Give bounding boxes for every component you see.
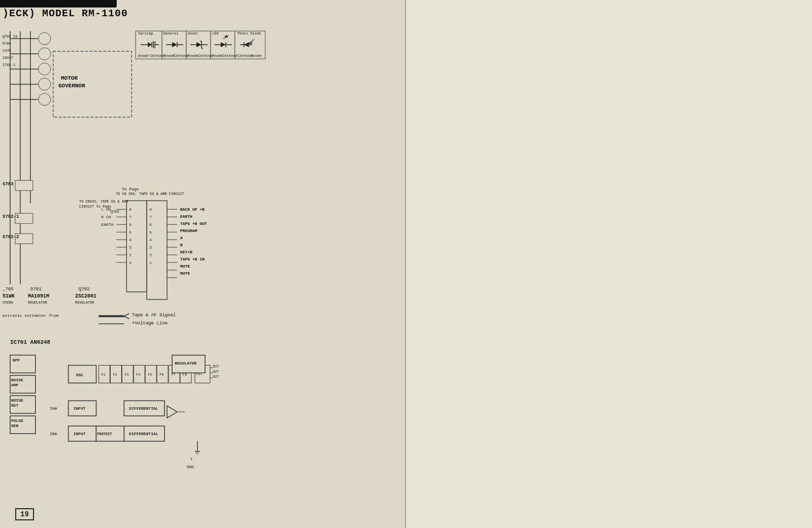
- svg-rect-110: [133, 366, 145, 383]
- general-anode: Anode: [164, 54, 175, 58]
- svg-line-152: [124, 316, 129, 319]
- svg-text:2: 2: [149, 253, 152, 257]
- svg-rect-102: [10, 416, 36, 434]
- pin-mute2: MUTE: [180, 271, 190, 276]
- svg-marker-7: [148, 42, 152, 47]
- page-number-left: 19: [15, 508, 34, 520]
- pin-program: PROGRAM: [180, 228, 197, 233]
- svg-text:3: 3: [149, 245, 152, 250]
- svg-rect-52: [15, 180, 33, 190]
- svg-rect-96: [10, 375, 36, 393]
- svg-point-39: [39, 32, 51, 45]
- svg-text:5: 5: [149, 230, 152, 235]
- svg-text:OSC: OSC: [76, 373, 84, 377]
- zener-label: Zener: [188, 31, 198, 36]
- comp-ching: CHING: [3, 301, 13, 305]
- svg-text:6: 6: [149, 222, 152, 227]
- pin-mute1: MUTE: [180, 264, 190, 269]
- led-cathode: Cathode: [222, 54, 237, 58]
- svg-text:PUT: PUT: [196, 372, 202, 376]
- comp-51wk: 51WK: [3, 293, 15, 299]
- svg-rect-109: [122, 366, 133, 383]
- comp-q702-ref: Q702: [79, 287, 90, 292]
- svg-rect-132: [69, 401, 96, 416]
- left-page: )ECK) MODEL RM-1100: [0, 0, 406, 528]
- to-cn501-label: TO CN501, TAPE EG & AMB: [79, 200, 128, 204]
- svg-marker-144: [167, 406, 177, 418]
- svg-text:PULSE: PULSE: [11, 418, 23, 423]
- svg-text:F2: F2: [113, 373, 117, 377]
- svg-rect-105: [69, 366, 96, 383]
- svg-text:F6: F6: [159, 373, 163, 377]
- svg-text:BPF: BPF: [13, 358, 20, 362]
- in1-label: IN⊕: [50, 406, 57, 411]
- governor-label: GOVERNOR: [58, 83, 85, 89]
- svg-marker-23: [221, 42, 226, 47]
- gnd-label: GND: [187, 465, 194, 469]
- svg-rect-94: [10, 355, 36, 373]
- s702-1-label: S702-1: [3, 214, 19, 219]
- svg-text:4: 4: [129, 238, 131, 242]
- svg-text:PROTECT: PROTECT: [97, 432, 112, 436]
- svg-point-43: [39, 93, 51, 106]
- photo-diode-label: Photo Diode: [238, 31, 261, 36]
- svg-line-36: [251, 39, 255, 43]
- svg-rect-113: [168, 366, 180, 383]
- svg-text:DIFFERENTIAL: DIFFERENTIAL: [129, 406, 158, 411]
- svg-rect-140: [96, 426, 124, 441]
- general-diode-label: General: [163, 31, 178, 36]
- comp-ma1091m: MA1091M: [28, 293, 49, 299]
- i470-label: I470: [3, 49, 11, 53]
- pin-earth: EARTH: [180, 214, 192, 219]
- svg-text:5: 5: [129, 230, 131, 235]
- svg-line-26: [223, 35, 227, 39]
- svg-text:INPUT: INPUT: [74, 406, 86, 411]
- r704-label: R704: [3, 42, 11, 46]
- svg-rect-107: [99, 366, 110, 383]
- svg-marker-29: [226, 35, 228, 38]
- in2-label: IN⊕: [50, 432, 57, 436]
- pin-a: A: [180, 236, 183, 240]
- svg-marker-37: [251, 42, 253, 44]
- voltmeter-label: ectronic voltmeter from: [3, 313, 58, 318]
- motor-label: MOTOR: [61, 75, 78, 81]
- to-page-label: To Page: [122, 187, 139, 191]
- svg-marker-35: [249, 42, 251, 44]
- svg-rect-111: [145, 366, 156, 383]
- zener-cathode: Cathode: [198, 54, 213, 58]
- pin-tape-in: TAPE +B IN: [180, 257, 205, 261]
- general-cathode: Cathode: [174, 54, 188, 58]
- varicap-anode: Anode: [138, 54, 149, 58]
- comp-2sc2001: 2SC2001: [75, 293, 96, 299]
- svg-rect-138: [124, 426, 164, 441]
- led-anode: Anode: [212, 54, 223, 58]
- svg-line-151: [124, 314, 129, 316]
- svg-text:AMP: AMP: [11, 383, 19, 387]
- svg-point-41: [39, 63, 51, 75]
- left-title-bar: [0, 0, 117, 6]
- svg-text:REGULATOR: REGULATOR: [175, 361, 196, 366]
- svg-rect-123: [195, 366, 210, 383]
- svg-text:OUT: OUT: [196, 367, 202, 371]
- legend-tape-signal: Tape & AF Signal: [132, 313, 176, 318]
- svg-rect-112: [157, 366, 168, 383]
- q702-label: Q702 I4: [3, 35, 17, 39]
- svg-text:OUT: OUT: [213, 370, 219, 374]
- svg-text:1: 1: [129, 260, 131, 265]
- legend-voltage-line: +Voltage Line: [132, 321, 167, 326]
- comp-regulator2: REGULATOR: [75, 301, 94, 305]
- svg-text:F4: F4: [136, 373, 140, 377]
- led-label: LED: [212, 31, 219, 36]
- svg-text:DET: DET: [11, 403, 19, 408]
- varicap-label: Varicap.: [138, 31, 155, 36]
- i702-label: I702-1: [3, 63, 15, 67]
- pin-b: B: [180, 243, 183, 247]
- circuit-to-page-label: CIRCUIT To Page: [79, 205, 111, 209]
- ic701-title: IC701 AN6248: [10, 339, 50, 345]
- i0v47-label: I0V47: [3, 56, 13, 60]
- svg-rect-114: [180, 366, 191, 383]
- svg-point-42: [39, 78, 51, 90]
- svg-text:1: 1: [149, 260, 152, 265]
- svg-text:4: 4: [149, 238, 152, 242]
- pin-tape-out: TAPE +B OUT: [180, 221, 207, 226]
